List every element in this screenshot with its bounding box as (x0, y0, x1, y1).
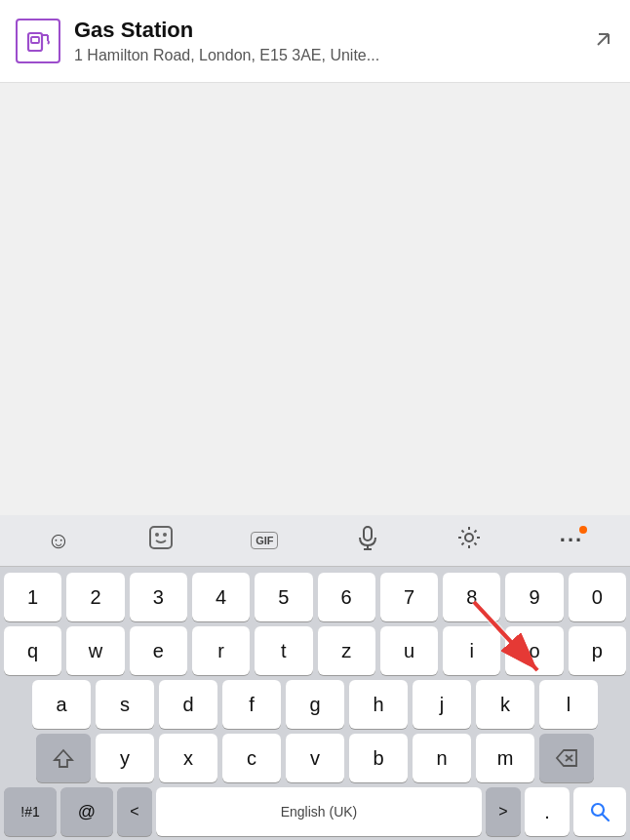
key-b[interactable]: b (349, 734, 408, 782)
key-y[interactable]: y (96, 734, 154, 782)
key-i[interactable]: i (443, 626, 500, 675)
right-chevron-button[interactable]: > (486, 787, 521, 836)
key-l[interactable]: l (539, 680, 598, 729)
result-card: Gas Station 1 Hamilton Road, London, E15… (0, 0, 630, 83)
key-d[interactable]: d (159, 680, 217, 729)
key-9[interactable]: 9 (505, 573, 563, 621)
key-c[interactable]: c (222, 734, 281, 782)
key-5[interactable]: 5 (255, 573, 312, 621)
key-r[interactable]: r (192, 626, 250, 675)
shift-row: y x c v b n m (4, 734, 626, 782)
at-button[interactable]: @ (60, 787, 113, 836)
key-v[interactable]: v (286, 734, 344, 782)
key-a[interactable]: a (32, 680, 91, 729)
svg-line-4 (598, 34, 609, 45)
search-button[interactable] (573, 787, 626, 836)
result-left: Gas Station 1 Hamilton Road, London, E15… (16, 18, 379, 64)
asdf-row: a s d f g h j k l (4, 680, 626, 729)
key-w[interactable]: w (66, 626, 124, 675)
result-address: 1 Hamilton Road, London, E15 3AE, Unite.… (74, 47, 379, 64)
key-4[interactable]: 4 (192, 573, 250, 621)
svg-marker-12 (55, 750, 72, 767)
key-e[interactable]: e (130, 626, 187, 675)
svg-point-7 (163, 533, 167, 537)
key-h[interactable]: h (349, 680, 408, 729)
key-q[interactable]: q (4, 626, 61, 675)
key-1[interactable]: 1 (4, 573, 61, 621)
spacebar[interactable]: English (UK) (156, 787, 482, 836)
number-row: 1 2 3 4 5 6 7 8 9 0 (4, 573, 626, 621)
key-2[interactable]: 2 (66, 573, 124, 621)
result-title: Gas Station (74, 18, 379, 43)
more-button[interactable]: ··· (560, 528, 583, 553)
key-f[interactable]: f (222, 680, 281, 729)
key-k[interactable]: k (476, 680, 534, 729)
key-n[interactable]: n (413, 734, 471, 782)
key-g[interactable]: g (286, 680, 344, 729)
period-key[interactable]: . (525, 787, 570, 836)
key-o[interactable]: o (505, 626, 563, 675)
key-7[interactable]: 7 (380, 573, 438, 621)
svg-line-16 (603, 815, 609, 820)
qwerty-row: q w e r t z u i o p (4, 626, 626, 675)
sticker-button[interactable] (148, 525, 174, 556)
result-text: Gas Station 1 Hamilton Road, London, E15… (74, 18, 379, 64)
key-3[interactable]: 3 (130, 573, 187, 621)
empty-area (0, 83, 630, 288)
svg-rect-1 (31, 37, 39, 43)
svg-point-11 (465, 534, 473, 541)
gif-button[interactable]: GIF (251, 532, 278, 549)
key-j[interactable]: j (413, 680, 471, 729)
shift-button[interactable] (36, 734, 91, 782)
key-rows: 1 2 3 4 5 6 7 8 9 0 q w e r t z u i o p … (0, 567, 630, 840)
symbols-button[interactable]: !#1 (4, 787, 57, 836)
emoji-button[interactable]: ☺ (47, 527, 71, 554)
svg-point-6 (155, 533, 159, 537)
svg-point-15 (592, 804, 604, 816)
settings-button[interactable] (456, 525, 482, 556)
key-p[interactable]: p (569, 626, 626, 675)
key-6[interactable]: 6 (318, 573, 375, 621)
gas-station-icon (16, 19, 60, 63)
microphone-button[interactable] (356, 525, 379, 556)
keyboard-toolbar: ☺ GIF ··· (0, 515, 630, 567)
external-link-icon[interactable] (593, 28, 614, 55)
svg-rect-8 (364, 527, 372, 540)
backspace-button[interactable] (539, 734, 594, 782)
svg-rect-5 (150, 527, 172, 548)
left-chevron-button[interactable]: < (117, 787, 152, 836)
key-m[interactable]: m (476, 734, 534, 782)
key-s[interactable]: s (96, 680, 154, 729)
key-8[interactable]: 8 (443, 573, 500, 621)
key-t[interactable]: t (255, 626, 312, 675)
key-z[interactable]: z (318, 626, 375, 675)
key-0[interactable]: 0 (569, 573, 626, 621)
key-u[interactable]: u (380, 626, 438, 675)
bottom-row: !#1 @ < English (UK) > . (4, 787, 626, 836)
keyboard: ☺ GIF ··· (0, 515, 630, 840)
key-x[interactable]: x (159, 734, 217, 782)
